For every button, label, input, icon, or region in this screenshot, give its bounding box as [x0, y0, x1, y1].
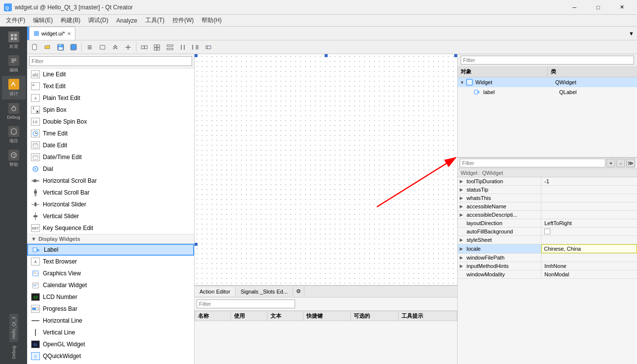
- widget-item-line-edit[interactable]: ab| Line Edit: [27, 68, 194, 80]
- widget-label: Date/Time Edit: [43, 154, 82, 161]
- widget-item-v-line[interactable]: Vertical Line: [27, 327, 194, 338]
- toolbar-new[interactable]: [29, 41, 41, 53]
- bottom-tab-action[interactable]: Action Editor: [195, 287, 235, 296]
- toolbar-btn7[interactable]: [109, 41, 121, 53]
- svg-rect-70: [467, 79, 472, 85]
- plain-text-edit-icon: A: [31, 94, 40, 102]
- svg-rect-20: [71, 44, 76, 50]
- svg-rect-59: [34, 215, 37, 217]
- widget-item-v-scroll-bar[interactable]: Vertical Scroll Bar: [27, 187, 194, 199]
- label-class-icon: [473, 88, 481, 96]
- widget-item-graphics-view[interactable]: Graphics View: [27, 267, 194, 279]
- toolbar-open[interactable]: [42, 41, 54, 53]
- svg-rect-65: [35, 285, 36, 286]
- widget-item-lcd-number[interactable]: 12 LCD Number: [27, 291, 194, 303]
- widget-item-datetime-edit[interactable]: Date/Time Edit: [27, 151, 194, 163]
- menu-control[interactable]: 控件(W): [168, 15, 198, 26]
- widget-filter-input[interactable]: [29, 56, 192, 66]
- prop-row-layoutDir: layoutDirection LeftToRight: [458, 219, 637, 228]
- toolbar-btn13[interactable]: [190, 41, 201, 53]
- widget-item-dial[interactable]: Dial: [27, 163, 194, 175]
- widget-label: Horizontal Slider: [43, 201, 86, 208]
- widget-item-opengl[interactable]: GL OpenGL Widget: [27, 338, 194, 350]
- prop-remove-btn[interactable]: -: [616, 159, 625, 167]
- prop-expand-icon: ▶: [460, 246, 466, 251]
- prop-add-btn[interactable]: +: [606, 159, 615, 167]
- menu-build[interactable]: 构建(B): [57, 15, 84, 26]
- graphics-view-icon: [31, 269, 40, 277]
- toolbar-btn11[interactable]: [164, 41, 176, 53]
- tree-label-class: QLabel: [559, 89, 635, 95]
- widget-item-key-seq-edit[interactable]: KEY Key Sequence Edit: [27, 222, 194, 234]
- handle-tc[interactable]: [325, 54, 328, 57]
- menu-file[interactable]: 文件(F): [2, 15, 29, 26]
- menu-help[interactable]: 帮助(H): [198, 15, 226, 26]
- widget-item-text-browser[interactable]: A Text Browser: [27, 256, 194, 267]
- maximize-button[interactable]: □: [587, 0, 609, 15]
- minimize-button[interactable]: ─: [563, 0, 586, 15]
- widget-item-double-spin-box[interactable]: 1.0 Double Spin Box: [27, 116, 194, 128]
- toolbar-save[interactable]: [55, 41, 67, 53]
- toolbar-btn12[interactable]: [177, 41, 189, 53]
- tree-row-label[interactable]: label QLabel: [458, 87, 637, 97]
- tab-dropdown[interactable]: ▼: [626, 31, 637, 36]
- tree-row-widget[interactable]: ▼ Widget QWidget: [458, 77, 637, 87]
- handle-bl[interactable]: [195, 243, 198, 246]
- widget-label: Date Edit: [43, 142, 67, 149]
- close-button[interactable]: ✕: [610, 0, 633, 15]
- widget-item-h-line[interactable]: Horizontal Line: [27, 315, 194, 327]
- sidebar-item-debug[interactable]: Debug: [2, 99, 26, 123]
- sidebar-item-design[interactable]: 设计: [2, 76, 26, 99]
- prop-value: -1: [541, 177, 637, 185]
- widget-item-h-slider[interactable]: Horizontal Slider: [27, 199, 194, 210]
- sidebar-item-help[interactable]: ? 帮助: [2, 147, 26, 170]
- widget-item-date-edit[interactable]: Date Edit: [27, 139, 194, 151]
- toolbar-btn5[interactable]: [84, 41, 96, 53]
- menu-debug[interactable]: 调试(D): [84, 15, 112, 26]
- toolbar-btn10[interactable]: [151, 41, 163, 53]
- svg-line-69: [377, 158, 456, 207]
- widget-item-progress-bar[interactable]: Progress Bar: [27, 303, 194, 315]
- col-shortcut: 快捷键: [303, 311, 350, 321]
- widget-item-v-slider[interactable]: Vertical Slider: [27, 210, 194, 222]
- display-widgets-header[interactable]: ▼ Display Widgets: [27, 234, 194, 244]
- handle-tr[interactable]: [454, 54, 457, 57]
- menu-tools[interactable]: 工具(T): [141, 15, 168, 26]
- menu-edit[interactable]: 编辑(E): [29, 15, 57, 26]
- widget-label: Double Spin Box: [43, 118, 87, 125]
- widget-item-calendar[interactable]: Calendar Widget: [27, 279, 194, 291]
- toolbar-btn14[interactable]: [202, 41, 214, 53]
- toolbar-btn9[interactable]: [138, 41, 150, 53]
- prop-name: autoFillBackground: [458, 228, 541, 235]
- toolbar-btn6[interactable]: [97, 41, 108, 53]
- handle-tl[interactable]: [195, 54, 198, 57]
- project-debug-tab[interactable]: Debug: [9, 343, 18, 362]
- prop-value[interactable]: Chinese, China: [541, 244, 637, 253]
- widget-item-h-scroll-bar[interactable]: Horizontal Scroll Bar: [27, 175, 194, 187]
- widget-item-qquick[interactable]: Q QQuickWidget: [27, 350, 194, 362]
- svg-rect-29: [154, 45, 157, 47]
- toolbar-btn8[interactable]: [122, 41, 134, 53]
- widget-item-label[interactable]: Label: [27, 244, 194, 256]
- widget-item-spin-box[interactable]: 1 ▲ ▼ Spin Box: [27, 104, 194, 116]
- widget-item-time-edit[interactable]: Time Edit: [27, 128, 194, 139]
- tab-widget-ui[interactable]: widget.ui* ✕: [29, 27, 75, 40]
- toolbar-save-all[interactable]: [67, 41, 79, 53]
- v-line-icon: [31, 329, 40, 336]
- checkbox-icon[interactable]: [544, 229, 550, 234]
- widget-item-plain-text-edit[interactable]: A Plain Text Edit: [27, 92, 194, 104]
- sidebar-item-edit[interactable]: 编辑: [2, 52, 26, 76]
- bottom-filter-input[interactable]: [197, 299, 295, 308]
- object-filter-input[interactable]: [461, 56, 634, 65]
- project-hello-qt-tab[interactable]: Hello_Qt_3: [9, 314, 18, 342]
- menu-analyze[interactable]: Analyze: [112, 16, 141, 25]
- designer-toolbar: [27, 40, 637, 54]
- tab-close-icon[interactable]: ✕: [67, 31, 71, 36]
- bottom-tab-signals[interactable]: Signals _Slots Ed...: [235, 287, 293, 296]
- prop-more-btn[interactable]: ≫: [626, 159, 635, 167]
- prop-filter-input[interactable]: [460, 159, 605, 167]
- sidebar-item-welcome[interactable]: 欢迎: [2, 29, 26, 52]
- widget-item-text-edit[interactable]: A Text Edit: [27, 80, 194, 92]
- sidebar-item-project[interactable]: 项目: [2, 123, 26, 147]
- design-canvas[interactable]: Hello Qt: [195, 54, 457, 285]
